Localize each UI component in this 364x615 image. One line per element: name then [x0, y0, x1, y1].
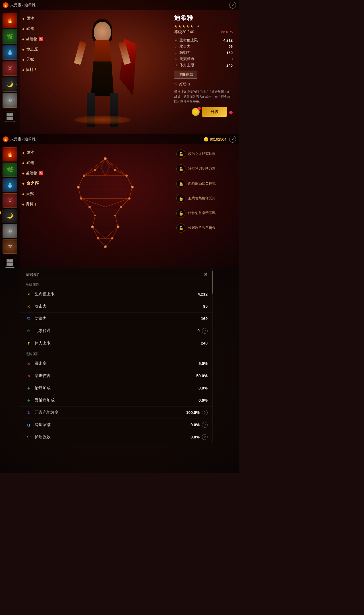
svg-point-2: [94, 169, 96, 171]
nav-item-talent[interactable]: 天赋: [20, 55, 54, 64]
close-button-2[interactable]: ×: [229, 136, 236, 143]
hp-stat-icon: ♥: [26, 291, 32, 297]
avatar-green-2[interactable]: 🌿: [3, 163, 17, 177]
upgrade-button[interactable]: 升级: [202, 107, 227, 117]
svg-point-1: [114, 169, 116, 171]
avatar-gray[interactable]: ❄: [3, 93, 17, 108]
breadcrumb: 火元素 / 迪希雅: [10, 3, 36, 8]
affection-value: 1: [188, 82, 190, 86]
hp-stat-value: 4,212: [185, 292, 208, 296]
const-item-3: 🔒 怒势疾迅如焚掠地: [174, 177, 233, 190]
character-sidebar-2: 🔥 🌿 💧 ⚔ 🌙 ❄ 🗡 ◀: [0, 144, 20, 268]
avatar-red[interactable]: ⚔: [3, 61, 17, 76]
character-sidebar: 🔥 🌿 💧 ⚔ 🌙 ◀ ❄: [0, 10, 20, 134]
incoming-heal-icon: ✚: [26, 397, 32, 403]
coin-icon: 🪙 1: [192, 108, 200, 116]
nav-item-weapon[interactable]: 武器: [20, 24, 54, 34]
avatar-green[interactable]: 🌿: [3, 29, 17, 44]
svg-point-15: [111, 237, 113, 239]
avatar-blue[interactable]: 💧: [3, 45, 17, 60]
coin-display: 🪙 90192504: [204, 137, 226, 142]
profile-badge-2: !: [35, 202, 36, 206]
artifact-badge-2: 5: [39, 171, 43, 175]
hp-value: 4,212: [223, 38, 233, 42]
stat-hp: ♥ 生命值上限 4,212: [174, 38, 233, 43]
elem-value: 0: [231, 57, 233, 61]
atk-stat-value: 95: [185, 304, 208, 309]
nav-item-profile-2[interactable]: 资料 !: [20, 199, 54, 209]
element-fire-icon-2: 🔥: [3, 136, 9, 142]
const-lock-4: 🔒: [176, 194, 185, 203]
stats-close-button[interactable]: ✕: [204, 272, 208, 277]
crit-rate-value: 5.0%: [185, 361, 208, 366]
avatar-gray-2[interactable]: ❄: [3, 224, 17, 238]
const-item-1: 🔒 皎洁之火铓辉灿漫: [174, 148, 233, 160]
stats-row-heal: ✚ 治疗加成 0.0%: [20, 382, 213, 394]
stat-elem: ♾ 元素精通 0: [174, 56, 233, 62]
stats-row-cooldown: ◑ 冷却缩减 0.0% ?: [20, 419, 213, 431]
stats-row-shield: 🛡 护盾强效 0.0% ?: [20, 431, 213, 443]
def-value: 169: [226, 51, 233, 55]
avatar-blue-2[interactable]: 💧: [3, 178, 17, 192]
const-lock-2: 🔒: [176, 164, 185, 173]
const-lock-3: 🔒: [176, 179, 185, 188]
heal-icon: ✚: [26, 385, 32, 391]
const-label-3: 怒势疾迅如焚掠地: [188, 181, 216, 186]
elem-stat-label: 元素精通: [35, 328, 177, 333]
nav-item-constellation-2[interactable]: 命之座: [20, 179, 54, 188]
hp-stat-label: 生命值上限: [35, 292, 185, 297]
char-glow: [74, 116, 131, 124]
nav-menu-2: 属性 武器 圣遗物 5 命之座 天赋 资料 !: [20, 144, 54, 209]
cooldown-help-button[interactable]: ?: [202, 422, 208, 428]
nav-item-constellation[interactable]: 命之座: [20, 44, 54, 54]
avatar-brown-2[interactable]: 🗡: [3, 239, 17, 254]
svg-point-20: [78, 186, 79, 188]
elem-help-button[interactable]: ?: [202, 328, 208, 334]
avatar-fire[interactable]: 🔥: [3, 13, 17, 28]
exp-text: 0/14875: [221, 30, 233, 34]
energy-help-button[interactable]: ?: [202, 410, 208, 415]
nav-item-stats[interactable]: 属性: [20, 14, 54, 23]
shield-help-button[interactable]: ?: [202, 434, 208, 440]
stats-header: 基础属性 ✕: [20, 268, 213, 280]
svg-point-23: [105, 246, 106, 248]
character-display: [54, 10, 151, 133]
char-arm-left: [74, 41, 86, 65]
stats-detail-panel: 基础属性 ✕ 基础属性 ♥ 生命值上限 4,212 ⚔ 攻击力 95 🛡 防御力…: [0, 268, 239, 473]
nav-item-weapon-2[interactable]: 武器: [20, 158, 54, 168]
atk-stat-label: 攻击力: [35, 304, 185, 309]
more-characters-button-2[interactable]: [5, 258, 15, 268]
more-characters-button[interactable]: [5, 112, 15, 122]
nav-item-talent-2[interactable]: 天赋: [20, 189, 54, 199]
constellation-right-panel: 🔒 皎洁之火铓辉灿漫 🔒 净沙利刃明映万乘 🔒 怒势疾迅如焚掠地 🔒 服膺暂禁格…: [171, 144, 236, 238]
nav-item-stats-2[interactable]: 属性: [20, 148, 54, 157]
const-item-5: 🔒 猎兽魁首卓荦不羁: [174, 207, 233, 220]
stat-def: 🛡 防御力 169: [174, 50, 233, 55]
detail-button[interactable]: 详细信息: [174, 71, 197, 79]
svg-point-16: [97, 237, 99, 239]
incoming-heal-value: 0.0%: [185, 398, 208, 403]
svg-point-10: [88, 206, 91, 208]
nav-item-profile[interactable]: 资料 !: [20, 65, 54, 75]
character-name: 迪希雅: [174, 14, 233, 22]
incoming-heal-label: 受治疗加成: [35, 398, 185, 403]
constellation-svg: [58, 150, 152, 258]
close-button[interactable]: ×: [229, 2, 236, 9]
svg-point-21: [117, 226, 119, 228]
def-stat-value: 169: [185, 316, 208, 321]
scrollbar[interactable]: [212, 268, 213, 443]
avatar-dark-2[interactable]: 🌙: [3, 209, 17, 223]
advanced-stats-label: 进阶属性: [20, 349, 213, 358]
nav-item-artifact-2[interactable]: 圣遗物 5: [20, 168, 54, 178]
coin-amount: 90192504: [210, 137, 226, 142]
avatar-red-2[interactable]: ⚔: [3, 193, 17, 208]
stats-row-incoming-heal: ✚ 受治疗加成 0.0%: [20, 394, 213, 407]
stats-row-crit-rate: ✕ 暴击率 5.0%: [20, 358, 213, 370]
svg-point-4: [83, 175, 85, 177]
nav-item-artifact[interactable]: 圣遗物 5: [20, 34, 54, 44]
avatar-fire-2[interactable]: 🔥: [3, 147, 17, 161]
elem-stat-icon: ♾: [26, 328, 32, 334]
svg-point-3: [125, 175, 128, 177]
cooldown-value: 0.0%: [177, 423, 200, 427]
avatar-dark[interactable]: 🌙 ◀: [3, 77, 17, 92]
